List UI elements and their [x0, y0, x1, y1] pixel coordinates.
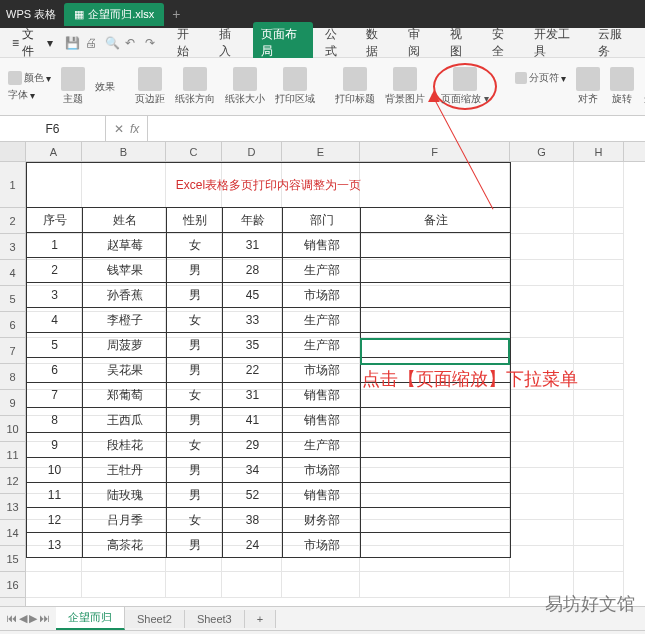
next-sheet-icon[interactable]: ▶: [29, 612, 37, 625]
pagescale-btn[interactable]: 页面缩放 ▾: [433, 63, 497, 110]
align-btn[interactable]: 对齐: [574, 67, 602, 106]
row-header-7[interactable]: 7: [0, 338, 25, 364]
rotate-btn[interactable]: 旋转: [608, 67, 636, 106]
print-icon[interactable]: 🖨: [85, 36, 99, 50]
cell-B16[interactable]: [82, 572, 166, 598]
cell-H12[interactable]: [574, 468, 624, 494]
chevron-down-icon: ▾: [46, 73, 51, 84]
file-label: 文件: [22, 26, 44, 60]
col-header-A[interactable]: A: [26, 142, 82, 161]
cell-H9[interactable]: [574, 390, 624, 416]
col-header-E[interactable]: E: [282, 142, 360, 161]
row-header-10[interactable]: 10: [0, 416, 25, 442]
sheet-tab[interactable]: Sheet3: [185, 610, 245, 628]
cell-C16[interactable]: [166, 572, 222, 598]
row-header-1[interactable]: 1: [0, 162, 25, 208]
cell-G9[interactable]: [510, 390, 574, 416]
effect-btn[interactable]: 效果: [93, 80, 117, 94]
add-sheet-button[interactable]: +: [245, 610, 276, 628]
cell-H6[interactable]: [574, 312, 624, 338]
cell-G16[interactable]: [510, 572, 574, 598]
cell-H8[interactable]: [574, 364, 624, 390]
cell-D16[interactable]: [222, 572, 282, 598]
table-cell: 王牡丹: [83, 458, 167, 483]
cell-G6[interactable]: [510, 312, 574, 338]
font-btn[interactable]: 字体: [8, 88, 28, 102]
row-header-5[interactable]: 5: [0, 286, 25, 312]
margin-btn[interactable]: 页边距: [133, 67, 167, 106]
cell-H10[interactable]: [574, 416, 624, 442]
cell-H11[interactable]: [574, 442, 624, 468]
row-header-3[interactable]: 3: [0, 234, 25, 260]
bgimage-btn[interactable]: 背景图片: [383, 67, 427, 106]
orientation-btn[interactable]: 纸张方向: [173, 67, 217, 106]
cell-H15[interactable]: [574, 546, 624, 572]
col-header-F[interactable]: F: [360, 142, 510, 161]
cell-G4[interactable]: [510, 260, 574, 286]
cell-H7[interactable]: [574, 338, 624, 364]
col-header-C[interactable]: C: [166, 142, 222, 161]
redo-icon[interactable]: ↷: [145, 36, 159, 50]
cell-G15[interactable]: [510, 546, 574, 572]
papersize-btn[interactable]: 纸张大小: [223, 67, 267, 106]
cell-G7[interactable]: [510, 338, 574, 364]
col-header-D[interactable]: D: [222, 142, 282, 161]
select-all-corner[interactable]: [0, 142, 26, 161]
row-header-16[interactable]: 16: [0, 572, 25, 598]
cell-H3[interactable]: [574, 234, 624, 260]
row-header-13[interactable]: 13: [0, 494, 25, 520]
cell-G13[interactable]: [510, 494, 574, 520]
fx-icon[interactable]: fx: [130, 122, 139, 136]
printtitle-btn[interactable]: 打印标题: [333, 67, 377, 106]
cancel-icon[interactable]: ✕: [114, 122, 124, 136]
cell-H2[interactable]: [574, 208, 624, 234]
pagebreak-btn[interactable]: 分页符: [529, 71, 559, 85]
undo-icon[interactable]: ↶: [125, 36, 139, 50]
printarea-btn[interactable]: 打印区域: [273, 67, 317, 106]
cell-G12[interactable]: [510, 468, 574, 494]
cell-F16[interactable]: [360, 572, 510, 598]
cell-G14[interactable]: [510, 520, 574, 546]
cell-H13[interactable]: [574, 494, 624, 520]
colors-label[interactable]: 颜色: [24, 71, 44, 85]
col-header-H[interactable]: H: [574, 142, 624, 161]
cell-H5[interactable]: [574, 286, 624, 312]
table-cell: [361, 283, 511, 308]
cell-A16[interactable]: [26, 572, 82, 598]
cell-H1[interactable]: [574, 162, 624, 208]
row-header-9[interactable]: 9: [0, 390, 25, 416]
name-box[interactable]: F6: [0, 116, 106, 141]
sheet-tab-active[interactable]: 企望而归: [56, 607, 125, 630]
add-tab-button[interactable]: +: [172, 6, 180, 22]
cell-E16[interactable]: [282, 572, 360, 598]
row-header-6[interactable]: 6: [0, 312, 25, 338]
prev-sheet-icon[interactable]: ◀: [19, 612, 27, 625]
cell-G10[interactable]: [510, 416, 574, 442]
row-header-11[interactable]: 11: [0, 442, 25, 468]
document-tab[interactable]: ▦ 企望而归.xlsx: [64, 3, 164, 26]
table-cell: 男: [167, 458, 223, 483]
theme-btn[interactable]: 主题: [59, 67, 87, 106]
sheet-tab[interactable]: Sheet2: [125, 610, 185, 628]
cell-G11[interactable]: [510, 442, 574, 468]
cell-G3[interactable]: [510, 234, 574, 260]
cell-G1[interactable]: [510, 162, 574, 208]
cell-G5[interactable]: [510, 286, 574, 312]
cell-H4[interactable]: [574, 260, 624, 286]
row-header-4[interactable]: 4: [0, 260, 25, 286]
row-header-8[interactable]: 8: [0, 364, 25, 390]
last-sheet-icon[interactable]: ⏭: [39, 612, 50, 625]
row-header-2[interactable]: 2: [0, 208, 25, 234]
cell-G2[interactable]: [510, 208, 574, 234]
row-header-12[interactable]: 12: [0, 468, 25, 494]
cell-H14[interactable]: [574, 520, 624, 546]
row-header-14[interactable]: 14: [0, 520, 25, 546]
file-menu[interactable]: ≡ 文件 ▾: [6, 23, 59, 63]
row-header-15[interactable]: 15: [0, 546, 25, 572]
save-icon[interactable]: 💾: [65, 36, 79, 50]
col-header-B[interactable]: B: [82, 142, 166, 161]
first-sheet-icon[interactable]: ⏮: [6, 612, 17, 625]
preview-icon[interactable]: 🔍: [105, 36, 119, 50]
cell-H16[interactable]: [574, 572, 624, 598]
col-header-G[interactable]: G: [510, 142, 574, 161]
